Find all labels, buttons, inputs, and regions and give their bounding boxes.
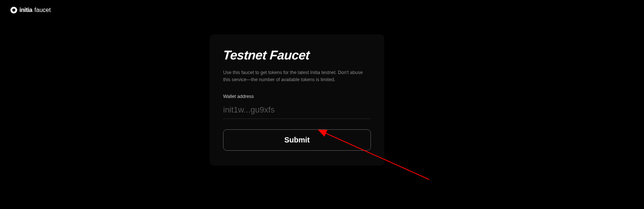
faucet-card: Testnet Faucet Use this faucet to get to… <box>210 34 384 166</box>
card-title: Testnet Faucet <box>223 48 372 62</box>
header: initia faucet <box>10 7 51 13</box>
card-description: Use this faucet to get tokens for the la… <box>223 69 371 83</box>
wallet-address-label: Wallet address <box>223 94 371 99</box>
wallet-address-input[interactable] <box>223 103 371 119</box>
submit-button[interactable]: Submit <box>223 129 371 151</box>
initia-logo-icon <box>10 7 17 13</box>
brand-name: initia <box>19 7 32 13</box>
brand-suffix: faucet <box>34 7 51 13</box>
